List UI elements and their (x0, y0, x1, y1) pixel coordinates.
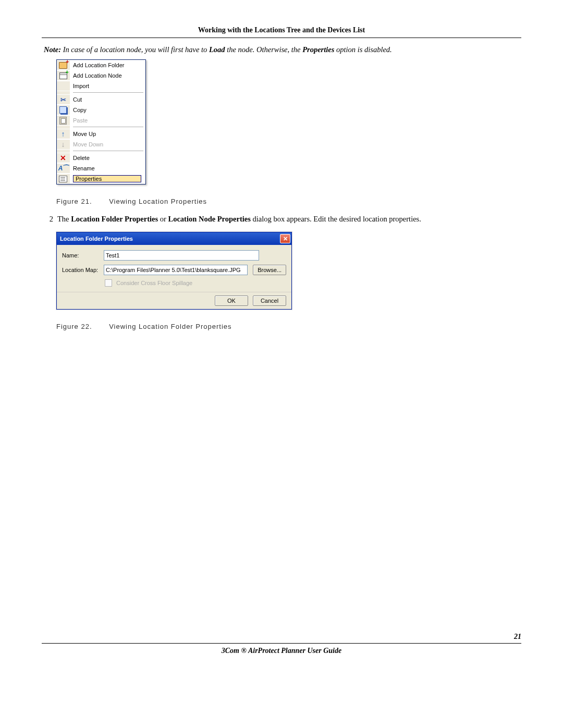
note-load: Load (209, 45, 225, 54)
arrow-up-icon: ↑ (62, 130, 65, 138)
dialog-titlebar[interactable]: Location Folder Properties ✕ (57, 232, 291, 245)
t: Location Node Properties (168, 215, 251, 223)
menu-item-properties[interactable]: Properties (57, 174, 145, 184)
location-map-field[interactable] (104, 265, 248, 275)
close-icon: ✕ (283, 236, 288, 242)
close-button[interactable]: ✕ (280, 234, 290, 243)
note-part1: In case of a location node, you will fir… (61, 45, 209, 54)
menu-item-label: Add Location Folder (73, 61, 142, 69)
t: Location Folder Properties (71, 215, 158, 223)
note-line: Note: In case of a location node, you wi… (42, 45, 521, 54)
menu-item-delete[interactable]: ✕ Delete (57, 153, 145, 163)
copy-icon (59, 106, 67, 114)
menu-item-label: Paste (73, 117, 142, 124)
step-number: 2 (42, 215, 57, 224)
menu-item-label: Move Up (73, 130, 142, 138)
properties-icon (59, 176, 67, 182)
name-field[interactable] (104, 250, 259, 261)
menu-item-label: Add Location Node (73, 72, 142, 79)
menu-item-label: Copy (73, 106, 142, 114)
location-map-label: Location Map: (62, 267, 104, 273)
menu-item-move-up[interactable]: ↑ Move Up (57, 129, 145, 139)
menu-item-rename[interactable]: A⁀ Rename (57, 163, 145, 174)
page-header: Working with the Locations Tree and the … (42, 26, 521, 38)
cancel-button[interactable]: Cancel (253, 295, 286, 306)
context-menu: Add Location Folder Add Location Node Im… (56, 59, 146, 184)
menu-item-add-location-folder[interactable]: Add Location Folder (57, 60, 145, 70)
node-add-icon (59, 72, 67, 79)
delete-x-icon: ✕ (60, 154, 66, 162)
browse-button[interactable]: Browse... (253, 265, 286, 275)
menu-item-label: Properties (76, 175, 102, 182)
figure-number: Figure 22. (56, 323, 92, 330)
figure-title: Viewing Location Properties (109, 198, 207, 205)
note-part2: the node. Otherwise, the (225, 45, 303, 54)
note-prefix: Note: (44, 45, 61, 54)
figure-22-caption: Figure 22. Viewing Location Folder Prope… (56, 323, 521, 330)
menu-item-paste: Paste (57, 115, 145, 126)
menu-item-label: Delete (73, 154, 142, 162)
arrow-down-icon: ↓ (62, 141, 65, 148)
cross-floor-label: Consider Cross Floor Spillage (116, 280, 192, 286)
cross-floor-checkbox (105, 279, 112, 287)
rename-icon: A⁀ (58, 165, 68, 171)
location-folder-properties-dialog: Location Folder Properties ✕ Name: Locat… (56, 232, 292, 310)
paste-icon (59, 117, 67, 125)
menu-item-move-down: ↓ Move Down (57, 139, 145, 150)
t: dialog box appears. Edit the desired loc… (251, 215, 421, 223)
menu-item-label: Move Down (73, 141, 142, 148)
menu-item-label: Rename (73, 165, 142, 172)
menu-item-add-location-node[interactable]: Add Location Node (57, 70, 145, 81)
scissors-icon: ✂ (60, 96, 66, 103)
footer-rule (42, 643, 521, 644)
note-properties: Properties (302, 45, 334, 54)
menu-item-copy[interactable]: Copy (57, 105, 145, 115)
page-number: 21 (42, 633, 521, 641)
menu-item-label: Import (73, 82, 142, 90)
t: or (158, 215, 168, 223)
header-rule (42, 38, 521, 38)
step-text: The Location Folder Properties or Locati… (57, 215, 521, 224)
note-part3: option is disabled. (334, 45, 391, 54)
footer-text: 3Com ® AirProtect Planner User Guide (42, 647, 521, 655)
figure-21-caption: Figure 21. Viewing Location Properties (56, 198, 521, 205)
step-2: 2 The Location Folder Properties or Loca… (42, 215, 521, 224)
figure-number: Figure 21. (56, 198, 92, 205)
dialog-title: Location Folder Properties (60, 236, 280, 242)
name-label: Name: (62, 252, 104, 258)
figure-title: Viewing Location Folder Properties (109, 323, 231, 330)
menu-item-label: Cut (73, 96, 142, 103)
menu-item-import[interactable]: Import (57, 81, 145, 91)
t: The (57, 215, 71, 223)
ok-button[interactable]: OK (215, 295, 248, 306)
folder-add-icon (59, 62, 67, 69)
menu-item-cut[interactable]: ✂ Cut (57, 94, 145, 105)
